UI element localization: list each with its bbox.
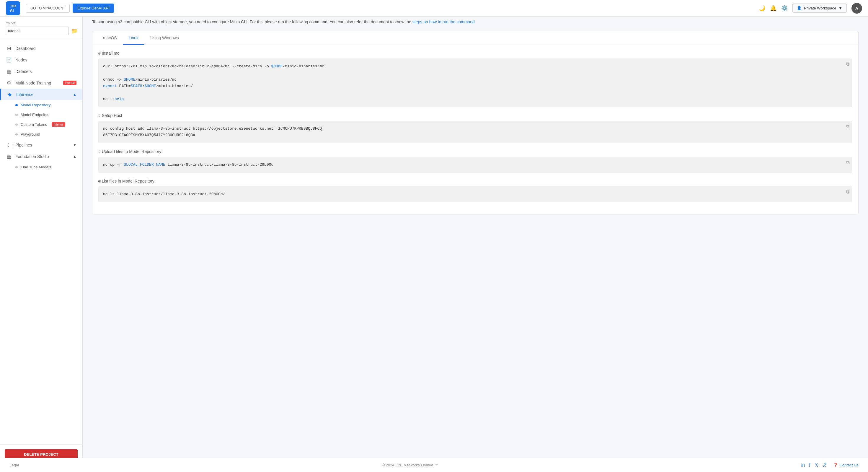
sidebar-item-pipelines[interactable]: ⋮⋮ Pipelines ▼	[0, 139, 82, 151]
footer-copyright: © 2024 E2E Networks Limited ™	[382, 463, 438, 467]
pipelines-chevron-icon: ▼	[73, 143, 76, 147]
code-line-upload: mc cp -r $LOCAL_FOLDER_NAME llama-3-8b-i…	[103, 161, 848, 168]
linkedin-icon[interactable]: in	[801, 463, 805, 468]
workspace-icon: 👤	[797, 6, 802, 10]
nodes-icon: 📄	[6, 57, 12, 63]
rss-icon[interactable]: ⛐	[823, 463, 827, 468]
workspace-label: Private Workspace	[804, 6, 836, 10]
sidebar-item-model-repository[interactable]: Model Repository	[0, 100, 82, 110]
project-dropdown[interactable]: tutorial	[5, 27, 69, 35]
explore-genai-button[interactable]: Explore GenAI API	[73, 4, 114, 13]
settings-icon[interactable]: ⚙️	[781, 5, 788, 11]
sidebar-item-datasets[interactable]: ▦ Datasets	[0, 65, 82, 77]
twitter-icon[interactable]: 𝕏	[814, 462, 818, 468]
sidebar-item-label: Inference	[16, 92, 33, 97]
tab-section: macOS Linux Using Windows # Install mc ⧉…	[92, 31, 859, 214]
foundation-sub-nav: Fine Tune Models	[0, 162, 82, 172]
code-line-setup-host-2: 86E7DB1OZAOPE9MYBXA07Q5477Y23UGURS216Q3A	[103, 132, 848, 139]
tab-macos[interactable]: macOS	[97, 31, 123, 45]
logo: TIRAI	[6, 1, 20, 16]
workspace-chevron-icon: ▼	[838, 6, 842, 10]
code-keyword-export: export	[103, 84, 117, 88]
footer-social-links: in f 𝕏 ⛐	[801, 462, 827, 468]
tab-using-windows[interactable]: Using Windows	[144, 31, 185, 45]
code-line-1: curl https://dl.min.io/client/mc/release…	[103, 63, 848, 70]
intro-link[interactable]: steps on how to run the command	[412, 20, 475, 24]
user-avatar[interactable]: A	[851, 3, 862, 13]
sidebar-item-dashboard[interactable]: ⊞ Dashboard	[0, 42, 82, 54]
sub-nav-dot	[16, 133, 18, 136]
project-select-row: tutorial 📁	[5, 27, 78, 35]
foundation-studio-icon: ▦	[6, 154, 12, 159]
sub-nav-label: Custom Tokens	[21, 122, 47, 127]
sidebar-item-model-endpoints[interactable]: Model Endpoints	[0, 110, 82, 120]
sub-nav-label: Playground	[21, 132, 40, 137]
footer: Legal © 2024 E2E Networks Limited ™ in f…	[0, 458, 868, 472]
go-to-account-button[interactable]: GO TO MYACCOUNT	[26, 4, 70, 13]
copy-button-upload-files[interactable]: ⧉	[846, 160, 849, 165]
code-var-path: $PATH	[131, 84, 142, 88]
code-block-list-files: ⧉ mc ls llama-3-8b-instruct/llama-3-8b-i…	[98, 186, 852, 202]
sidebar-item-label: Dashboard	[16, 46, 36, 51]
header: TIRAI GO TO MYACCOUNT Explore GenAI API …	[0, 0, 868, 17]
copy-button-install-mc[interactable]: ⧉	[846, 61, 849, 67]
main-content: Setup Minio CLI ⊙ To start using s3-comp…	[83, 0, 868, 455]
sidebar-item-fine-tune[interactable]: Fine Tune Models	[0, 162, 82, 172]
footer-legal-link[interactable]: Legal	[9, 463, 19, 467]
code-line-3: export PATH=$PATH:$HOME/minio-binaries/	[103, 83, 848, 89]
sidebar-item-playground[interactable]: Playground	[0, 129, 82, 139]
inference-sub-nav: Model Repository Model Endpoints Custom …	[0, 100, 82, 139]
sidebar-item-multi-node-training[interactable]: ⚙ Multi-Node Training Internal	[0, 77, 82, 89]
code-block-upload-files: ⧉ mc cp -r $LOCAL_FOLDER_NAME llama-3-8b…	[98, 157, 852, 173]
sub-nav-label: Model Repository	[21, 103, 51, 107]
sub-nav-label: Fine Tune Models	[21, 165, 51, 169]
contact-us-link[interactable]: ❓ Contact Us	[833, 463, 859, 467]
copy-button-setup-host[interactable]: ⧉	[846, 124, 849, 129]
notifications-icon[interactable]: 🔔	[770, 5, 776, 11]
sidebar-item-label: Nodes	[16, 58, 27, 62]
copy-button-list-files[interactable]: ⧉	[846, 189, 849, 195]
theme-toggle-icon[interactable]: 🌙	[759, 5, 765, 11]
sub-nav-dot	[16, 123, 18, 126]
logo-area: TIRAI	[6, 1, 20, 16]
sidebar-item-label: Multi-Node Training	[16, 81, 51, 85]
sub-nav-label: Model Endpoints	[21, 113, 49, 117]
add-project-button[interactable]: 📁	[71, 28, 78, 34]
section-label-install-mc: # Install mc	[98, 51, 852, 56]
tab-content-linux: # Install mc ⧉ curl https://dl.min.io/cl…	[92, 45, 858, 214]
tab-linux[interactable]: Linux	[123, 31, 144, 45]
sidebar-item-foundation-studio[interactable]: ▦ Foundation Studio ▲	[0, 151, 82, 162]
inference-chevron-icon: ▲	[73, 92, 76, 96]
internal-badge-custom: Internal	[52, 122, 65, 127]
datasets-icon: ▦	[6, 68, 12, 74]
sidebar-item-nodes[interactable]: 📄 Nodes	[0, 54, 82, 65]
sidebar-item-custom-tokens[interactable]: Custom Tokens Internal	[0, 120, 82, 129]
sidebar-item-inference[interactable]: ◆ Inference ▲	[0, 89, 82, 100]
dashboard-icon: ⊞	[6, 46, 12, 51]
multi-node-icon: ⚙	[6, 80, 12, 86]
project-select-area: Project tutorial 📁	[0, 17, 82, 40]
inference-icon: ◆	[7, 92, 13, 97]
code-var-home: $HOME	[271, 64, 283, 68]
code-block-install-mc: ⧉ curl https://dl.min.io/client/mc/relea…	[98, 58, 852, 107]
project-label: Project	[5, 21, 78, 25]
sub-nav-dot	[16, 166, 18, 168]
facebook-icon[interactable]: f	[809, 463, 810, 468]
code-block-setup-host: ⧉ mc config host add llama-3-8b-instruct…	[98, 121, 852, 143]
footer-right: in f 𝕏 ⛐ ❓ Contact Us	[801, 462, 859, 468]
intro-text: To start using s3-compatible CLI with ob…	[92, 19, 859, 25]
pipelines-icon: ⋮⋮	[6, 142, 12, 148]
sidebar: Project tutorial 📁 ⊞ Dashboard 📄 Nodes ▦…	[0, 17, 83, 472]
workspace-button[interactable]: 👤 Private Workspace ▼	[793, 4, 847, 13]
section-label-list-files: # List files in Model Repository	[98, 179, 852, 183]
code-var-home2: $HOME	[124, 78, 135, 82]
contact-icon: ❓	[833, 463, 838, 467]
code-line-list: mc ls llama-3-8b-instruct/llama-3-8b-ins…	[103, 191, 848, 198]
internal-badge: Internal	[63, 81, 76, 85]
section-label-upload-files: # Upload files to Model Repository	[98, 149, 852, 154]
tab-bar: macOS Linux Using Windows	[92, 31, 858, 45]
sidebar-item-label: Foundation Studio	[16, 154, 49, 159]
code-var-help: help	[115, 97, 124, 101]
code-line-2: chmod +x $HOME/minio-binaries/mc	[103, 77, 848, 83]
code-var-local-folder: $LOCAL_FOLDER_NAME	[124, 163, 165, 167]
